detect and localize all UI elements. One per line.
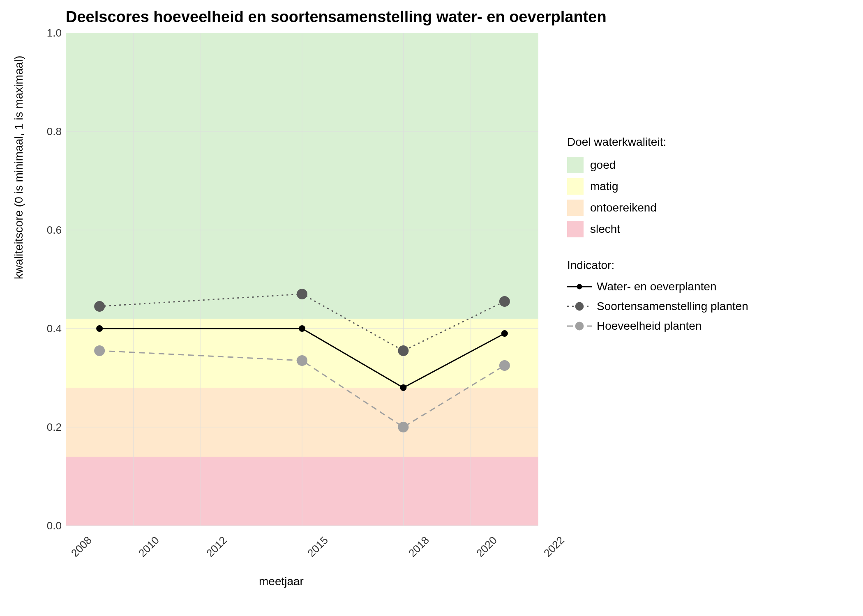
data-point bbox=[299, 325, 305, 332]
x-tick-label: 2012 bbox=[204, 534, 230, 560]
y-tick-label: 0.4 bbox=[37, 322, 62, 335]
x-axis-label: meetjaar bbox=[259, 575, 304, 588]
x-tick-label: 2015 bbox=[305, 534, 331, 560]
legend-label: Water- en oeverplanten bbox=[597, 280, 717, 293]
data-point bbox=[400, 384, 406, 391]
legend-band-item: slecht bbox=[567, 221, 748, 237]
svg-point-18 bbox=[575, 322, 584, 331]
legend: Doel waterkwaliteit: goedmatigontoereike… bbox=[567, 136, 748, 339]
x-tick-label: 2010 bbox=[136, 534, 162, 560]
legend-line-icon bbox=[567, 320, 592, 332]
data-point bbox=[96, 325, 103, 332]
data-point bbox=[501, 330, 508, 337]
chart-title: Deelscores hoeveelheid en soortensamenst… bbox=[66, 8, 607, 26]
legend-swatch bbox=[567, 200, 584, 216]
legend-line-icon bbox=[567, 280, 592, 293]
x-tick-label: 2020 bbox=[474, 534, 500, 560]
x-tick-label: 2022 bbox=[541, 534, 567, 560]
legend-line-icon bbox=[567, 300, 592, 313]
legend-label: goed bbox=[590, 159, 616, 172]
data-point bbox=[94, 301, 105, 312]
legend-label: Soortensamenstelling planten bbox=[597, 300, 748, 313]
data-point bbox=[297, 289, 307, 299]
legend-band-item: ontoereikend bbox=[567, 200, 748, 216]
x-tick-label: 2018 bbox=[406, 534, 432, 560]
legend-label: slecht bbox=[590, 223, 620, 236]
legend-label: Hoeveelheid planten bbox=[597, 319, 701, 333]
legend-swatch bbox=[567, 157, 584, 173]
data-point bbox=[94, 345, 105, 356]
x-tick-label: 2008 bbox=[69, 534, 95, 560]
y-tick-label: 0.2 bbox=[37, 421, 62, 434]
plot-svg bbox=[66, 33, 538, 526]
data-point bbox=[297, 355, 307, 366]
y-tick-label: 0.0 bbox=[37, 519, 62, 532]
legend-swatch bbox=[567, 178, 584, 195]
legend-series-item: Hoeveelheid planten bbox=[567, 319, 748, 333]
chart-container: Deelscores hoeveelheid en soortensamenst… bbox=[0, 0, 863, 616]
data-point bbox=[499, 296, 510, 307]
y-tick-label: 1.0 bbox=[37, 27, 62, 39]
legend-series-item: Soortensamenstelling planten bbox=[567, 300, 748, 313]
svg-point-14 bbox=[577, 284, 582, 290]
legend-series-title: Indicator: bbox=[567, 259, 748, 272]
legend-label: matig bbox=[590, 180, 618, 193]
legend-band-item: matig bbox=[567, 178, 748, 195]
y-tick-label: 0.8 bbox=[37, 125, 62, 138]
legend-series-item: Water- en oeverplanten bbox=[567, 280, 748, 293]
y-tick-label: 0.6 bbox=[37, 224, 62, 237]
legend-band-item: goed bbox=[567, 157, 748, 173]
svg-point-16 bbox=[575, 302, 584, 311]
legend-bands-title: Doel waterkwaliteit: bbox=[567, 136, 748, 149]
y-axis-label: kwaliteitscore (0 is minimaal, 1 is maxi… bbox=[12, 55, 25, 279]
data-point bbox=[398, 345, 408, 356]
legend-swatch bbox=[567, 221, 584, 237]
data-point bbox=[398, 422, 408, 432]
data-point bbox=[499, 360, 510, 371]
legend-label: ontoereikend bbox=[590, 201, 657, 214]
